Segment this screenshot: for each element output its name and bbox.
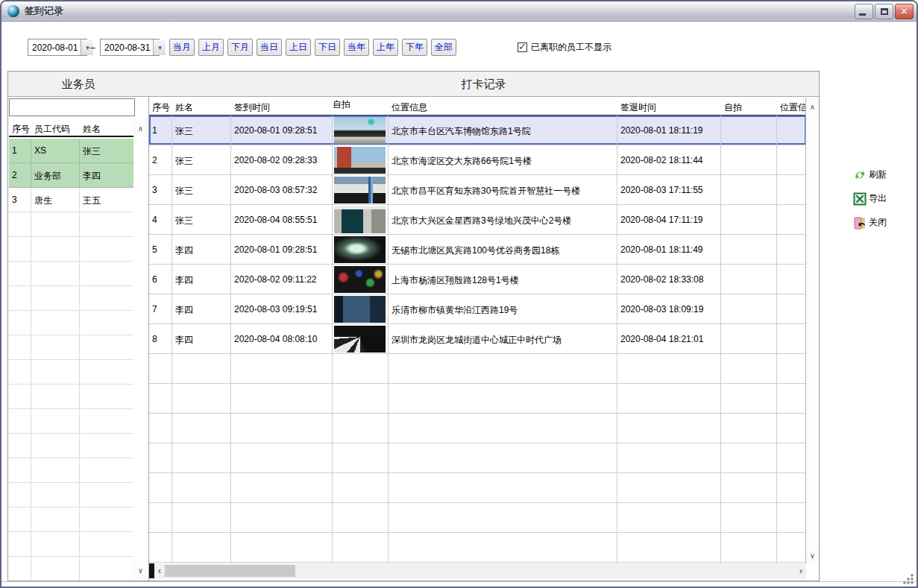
range-button[interactable]: 当日 xyxy=(257,39,282,56)
cell-no: 1 xyxy=(149,116,172,145)
record-row[interactable]: 6 李四 2020-08-02 09:11:22 上海市杨浦区翔殷路128号1号… xyxy=(149,265,806,294)
maximize-button[interactable] xyxy=(875,4,893,19)
range-button[interactable]: 上日 xyxy=(286,39,311,56)
record-row[interactable]: 1 张三 2020-08-01 09:28:51 北京市丰台区汽车博物馆东路1号… xyxy=(149,116,806,145)
cell-location: 北京市大兴区金星西路3号绿地兴茂中心2号楼 xyxy=(389,205,617,234)
range-button[interactable]: 下日 xyxy=(315,39,340,56)
checkin-selfie-photo[interactable] xyxy=(334,147,386,174)
close-form-button[interactable]: 关闭 xyxy=(853,215,913,230)
cell-name xyxy=(80,360,133,384)
checkin-selfie-photo[interactable] xyxy=(334,296,386,323)
cell-selfie-out xyxy=(721,473,777,502)
range-button[interactable]: 上月 xyxy=(198,39,224,56)
cell-name xyxy=(80,385,133,408)
record-row[interactable]: 5 李四 2020-08-01 09:28:51 无锡市北塘区凤宾路100号优谷… xyxy=(149,235,806,265)
scroll-up-icon[interactable]: ∧ xyxy=(806,98,819,115)
minimize-button[interactable] xyxy=(855,4,873,19)
date-from-combo[interactable]: 2020-08-01 ▾ xyxy=(28,39,87,56)
hide-resigned-checkbox[interactable] xyxy=(518,42,527,52)
resize-grip[interactable] xyxy=(903,574,914,584)
cell-name xyxy=(80,483,133,507)
record-row[interactable]: 3 张三 2020-08-03 08:57:32 北京市昌平区育知东路30号院首… xyxy=(149,175,806,205)
salesperson-filter-input[interactable] xyxy=(9,98,135,116)
cell-no xyxy=(9,360,31,384)
cell-checkout-time: 2020-08-01 18:11:19 xyxy=(617,116,721,145)
cell-selfie xyxy=(333,503,389,532)
cell-name xyxy=(80,262,133,285)
date-to-combo[interactable]: 2020-08-31 ▾ xyxy=(100,39,160,56)
range-button[interactable]: 上年 xyxy=(373,39,398,56)
cell-checkout-time xyxy=(617,533,721,562)
cell-selfie xyxy=(333,235,389,264)
cell-selfie-out xyxy=(721,324,777,353)
cell-location-out xyxy=(777,265,806,294)
cell-checkout-time: 2020-08-04 18:21:01 xyxy=(617,324,721,353)
cell-no xyxy=(149,473,172,502)
salesperson-row[interactable]: 1 XS 张三 xyxy=(9,139,133,163)
scroll-down-icon[interactable]: ∨ xyxy=(133,561,148,579)
cell-checkout-time: 2020-08-01 18:11:49 xyxy=(617,235,721,264)
cell-name xyxy=(172,533,231,562)
cell-code xyxy=(31,262,80,285)
cell-no: 2 xyxy=(149,145,172,174)
export-label: 导出 xyxy=(869,192,887,205)
cell-checkin-time: 2020-08-01 09:28:51 xyxy=(231,235,333,264)
record-row xyxy=(149,503,806,533)
salesperson-row xyxy=(9,434,133,458)
range-button[interactable]: 全部 xyxy=(431,39,456,56)
cell-no: 6 xyxy=(149,265,172,294)
cell-location-out xyxy=(777,473,806,502)
vertical-scrollbar[interactable]: ∧ ∨ xyxy=(805,98,819,563)
refresh-button[interactable]: 刷新 xyxy=(853,167,913,183)
scroll-left-icon[interactable]: ‹ xyxy=(154,563,165,578)
record-row[interactable]: 4 张三 2020-08-04 08:55:51 北京市大兴区金星西路3号绿地兴… xyxy=(149,205,806,235)
range-buttons: 当月 上月 下月 当日 上日 下日 当年 上年 下年 全部 xyxy=(169,39,456,56)
cell-location-out xyxy=(777,324,806,353)
cell-code xyxy=(31,212,80,236)
checkin-selfie-photo[interactable] xyxy=(334,266,386,293)
salesperson-row[interactable]: 2 业务部 李四 xyxy=(9,163,133,188)
scroll-down-icon[interactable]: ∨ xyxy=(806,547,819,563)
checkin-selfie-photo[interactable] xyxy=(334,117,386,144)
checkin-selfie-photo[interactable] xyxy=(334,326,386,353)
salesperson-row xyxy=(9,335,133,360)
cell-checkin-time xyxy=(231,443,333,472)
cell-selfie-out xyxy=(721,533,777,562)
cell-name xyxy=(80,237,133,261)
scroll-up-icon[interactable]: ∧ xyxy=(133,119,148,137)
cell-no xyxy=(149,354,172,383)
cell-checkin-time: 2020-08-02 09:28:33 xyxy=(231,145,333,174)
close-button[interactable]: ✕ xyxy=(895,4,914,19)
chevron-down-icon: ▾ xyxy=(86,44,89,51)
range-button[interactable]: 下月 xyxy=(227,39,253,56)
titlebar[interactable]: 签到记录 ✕ xyxy=(1,1,917,22)
horizontal-scrollbar-thumb[interactable] xyxy=(165,565,295,577)
app-globe-icon xyxy=(7,5,19,17)
scroll-right-icon[interactable]: › xyxy=(796,563,806,578)
minimize-icon xyxy=(859,13,866,16)
salesperson-row xyxy=(9,508,133,532)
salespeople-panel-title: 业务员 xyxy=(8,78,148,92)
range-button[interactable]: 下年 xyxy=(402,39,427,56)
checkin-selfie-photo[interactable] xyxy=(334,236,386,263)
record-row xyxy=(149,354,806,384)
horizontal-scrollbar[interactable]: ‹ › xyxy=(149,563,806,578)
range-button[interactable]: 当年 xyxy=(344,39,369,56)
cell-location-out xyxy=(777,116,806,145)
date-to-dropdown-button[interactable]: ▾ xyxy=(153,39,166,55)
record-row[interactable]: 2 张三 2020-08-02 09:28:33 北京市海淀区交大东路66号院1… xyxy=(149,145,806,175)
range-button[interactable]: 当月 xyxy=(169,39,195,56)
salespeople-rows: 1 XS 张三 2 业务部 李四 3 唐生 王五 xyxy=(9,139,133,581)
salesperson-row xyxy=(9,286,133,311)
scrollbar-split-handle[interactable] xyxy=(149,563,154,578)
record-row[interactable]: 8 李四 2020-08-04 08:08:10 深圳市龙岗区龙城街道中心城正中… xyxy=(149,324,806,354)
checkin-selfie-photo[interactable] xyxy=(334,177,386,203)
salesperson-row[interactable]: 3 唐生 王五 xyxy=(9,188,133,212)
export-button[interactable]: 导出 xyxy=(853,191,913,206)
record-row[interactable]: 7 李四 2020-08-03 09:19:51 乐清市柳市镇黄华沿江西路19号… xyxy=(149,294,806,324)
cell-no xyxy=(9,262,31,285)
cell-name xyxy=(80,508,133,531)
column-header-selfie-out: 自拍 xyxy=(721,98,777,115)
panel-header-band: 业务员 打卡记录 xyxy=(8,72,819,97)
checkin-selfie-photo[interactable] xyxy=(334,206,386,233)
